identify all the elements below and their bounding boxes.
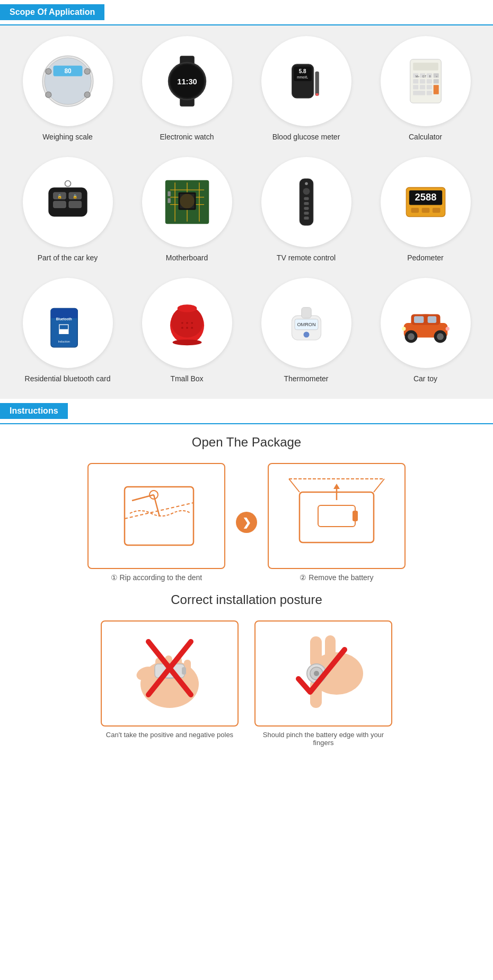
app-label-weighing-scale: Weighing scale <box>42 133 93 141</box>
app-circle-tmall-box <box>142 278 232 368</box>
svg-text:5.8: 5.8 <box>298 68 306 74</box>
svg-rect-25 <box>413 79 418 83</box>
svg-point-5 <box>84 92 90 98</box>
svg-rect-65 <box>304 212 309 215</box>
app-grid: 80 Weighing scale <box>8 31 485 388</box>
app-label-motherboard: Motherboard <box>166 253 208 262</box>
app-label-tv-remote: TV remote control <box>277 253 336 262</box>
open-package-title: Open The Package <box>8 435 485 450</box>
svg-rect-70 <box>411 208 419 213</box>
posture-correct-box <box>254 620 392 727</box>
svg-rect-28 <box>433 79 438 83</box>
app-label-car-toy: Car toy <box>413 374 437 383</box>
app-item-bluetooth-card: ⬓ Bluetooth Induction Residential blueto… <box>8 273 127 388</box>
svg-text:Induction: Induction <box>58 340 69 343</box>
scope-section-header: Scope Of Application <box>0 0 493 25</box>
svg-point-58 <box>180 194 195 208</box>
app-item-pedometer: 2588 Pedometer <box>366 152 485 267</box>
svg-rect-62 <box>304 197 309 200</box>
svg-rect-97 <box>414 316 424 323</box>
svg-point-85 <box>181 327 183 329</box>
step2-num: ② <box>300 573 306 582</box>
svg-rect-20 <box>413 63 438 71</box>
posture-row: Can't take the positive and negative pol… <box>8 620 485 747</box>
step1-box <box>87 463 225 569</box>
app-circle-electronic-watch: 11:30 <box>142 36 232 126</box>
app-item-electronic-watch: 11:30 Electronic watch <box>127 31 247 146</box>
svg-text:8: 8 <box>429 75 430 78</box>
posture-correct: Should pinch the battery edge with your … <box>254 620 392 747</box>
svg-text:🔓: 🔓 <box>57 194 62 199</box>
app-item-weighing-scale: 80 Weighing scale <box>8 31 127 146</box>
svg-point-6 <box>45 68 51 74</box>
svg-point-83 <box>186 322 188 324</box>
svg-point-46 <box>65 181 71 187</box>
app-label-bluetooth-card: Residential bluetooth card <box>25 374 111 383</box>
svg-point-86 <box>186 327 188 329</box>
svg-text:11:30: 11:30 <box>177 77 197 86</box>
svg-point-88 <box>172 339 201 345</box>
svg-rect-31 <box>426 85 432 89</box>
posture-wrong-box <box>101 620 239 727</box>
step1-label: ① Rip according to the dent <box>111 573 203 582</box>
svg-rect-114 <box>318 505 355 527</box>
svg-point-4 <box>45 92 51 98</box>
app-circle-bluetooth-card: ⬓ Bluetooth Induction <box>23 278 113 368</box>
app-item-tmall-box: Tmall Box <box>127 273 247 388</box>
svg-point-135 <box>314 671 319 676</box>
app-label-blood-glucose: Blood glucose meter <box>272 133 340 141</box>
svg-rect-71 <box>421 208 429 213</box>
svg-point-1 <box>45 58 91 104</box>
svg-rect-18 <box>315 93 319 96</box>
svg-rect-42 <box>53 201 66 208</box>
app-label-pedometer: Pedometer <box>407 253 443 262</box>
svg-point-61 <box>303 188 310 195</box>
svg-rect-29 <box>413 85 418 89</box>
svg-rect-90 <box>301 308 311 318</box>
svg-marker-117 <box>333 484 340 489</box>
svg-rect-26 <box>420 79 425 83</box>
svg-rect-66 <box>304 217 309 220</box>
app-circle-blood-glucose: 5.8 mmol/L <box>261 36 351 126</box>
svg-rect-30 <box>420 85 425 89</box>
step-arrow: ❯ <box>236 512 257 533</box>
posture-title: Correct installation posture <box>8 592 485 607</box>
svg-rect-56 <box>168 191 171 196</box>
svg-text:🔒: 🔒 <box>73 194 78 199</box>
svg-rect-33 <box>413 91 425 95</box>
app-item-tv-remote: TV remote control <box>247 152 366 267</box>
app-circle-car-toy <box>381 278 471 368</box>
svg-rect-32 <box>433 85 438 94</box>
instructions-section: Open The Package <box>0 435 493 763</box>
app-circle-calculator: M+ GT 8 ÷ <box>381 36 471 126</box>
instructions-section-header: Instructions <box>0 399 493 424</box>
app-item-calculator: M+ GT 8 ÷ Calculator <box>366 31 485 146</box>
svg-text:mmol/L: mmol/L <box>297 75 308 79</box>
svg-rect-98 <box>427 316 436 323</box>
instructions-badge: Instructions <box>0 403 68 419</box>
svg-point-104 <box>445 327 449 330</box>
app-circle-motherboard <box>142 157 232 247</box>
app-circle-weighing-scale: 80 <box>23 36 113 126</box>
svg-point-84 <box>191 322 193 324</box>
svg-point-81 <box>177 304 197 312</box>
app-label-electronic-watch: Electronic watch <box>160 133 214 141</box>
app-circle-car-key: 🔓 🔒 <box>23 157 113 247</box>
svg-rect-115 <box>353 511 358 521</box>
svg-rect-27 <box>426 79 432 83</box>
svg-rect-72 <box>432 208 440 213</box>
svg-text:2588: 2588 <box>415 191 436 203</box>
svg-rect-63 <box>304 202 309 205</box>
app-circle-thermometer: OMRON <box>261 278 351 368</box>
applications-section: 80 Weighing scale <box>0 25 493 399</box>
scope-badge: Scope Of Application <box>0 4 104 20</box>
svg-text:M+: M+ <box>415 75 419 78</box>
app-item-car-key: 🔓 🔒 Part of the car key <box>8 152 127 267</box>
svg-text:÷: ÷ <box>436 75 437 78</box>
svg-text:OMRON: OMRON <box>297 322 315 327</box>
posture-correct-label: Should pinch the battery edge with your … <box>254 731 392 747</box>
svg-point-7 <box>84 68 90 74</box>
app-item-motherboard: Motherboard <box>127 152 247 267</box>
step2-text: Remove the battery <box>309 573 373 582</box>
app-label-calculator: Calculator <box>409 133 442 141</box>
